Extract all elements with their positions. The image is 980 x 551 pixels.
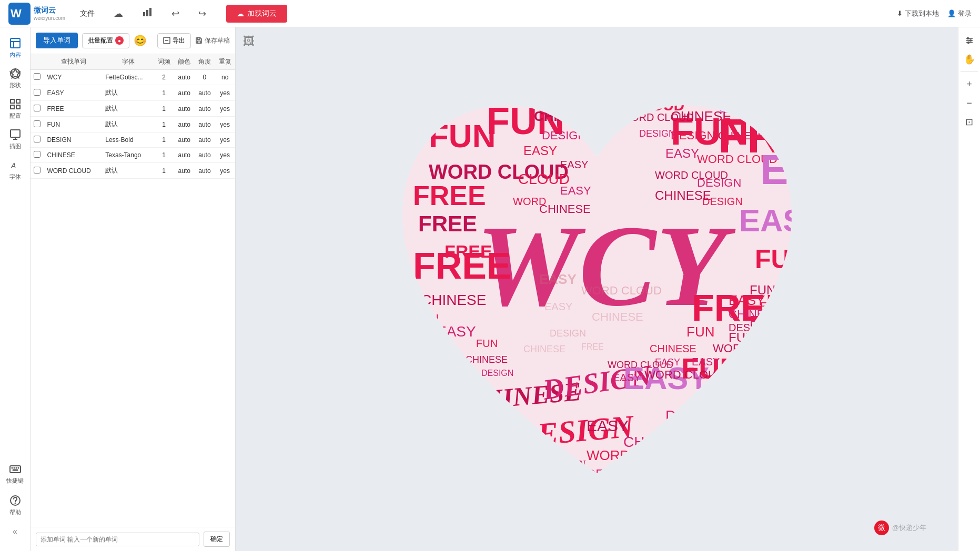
row-checkbox-3[interactable] [34,120,41,127]
sidebar-item-content[interactable]: 内容 [0,33,30,63]
row-checkbox-2[interactable] [34,105,41,111]
row-word-0: WCY [44,70,103,85]
row-color-0: auto [174,70,195,85]
svg-point-25 [15,503,15,504]
svg-text:EASY: EASY [560,159,588,170]
svg-text:EASY: EASY [437,323,476,340]
login-button[interactable]: 👤 登录 [947,9,972,18]
sidebar-item-font[interactable]: A 字体 [0,155,30,185]
confirm-add-button[interactable]: 确定 [204,532,230,547]
row-repeat-0: no [215,70,235,85]
row-freq-2: 1 [154,101,174,117]
sidebar-item-help[interactable]: 帮助 [4,491,26,519]
import-button[interactable]: 导入单词 [36,33,78,48]
svg-text:FREE: FREE [718,377,752,392]
emoji-button[interactable]: 😊 [134,34,147,47]
fit-screen-button[interactable]: ⊡ [961,113,978,131]
row-font-6: 默认 [103,163,154,179]
sidebar-item-shortcuts[interactable]: 快捷键 [4,460,26,488]
row-repeat-1: yes [215,85,235,101]
add-cloud-button[interactable]: ☁ 加载词云 [226,5,287,23]
svg-text:EASY: EASY [418,343,452,358]
svg-text:FUN: FUN [686,324,714,340]
sidebar-item-insert[interactable]: 插图 [0,124,30,155]
svg-text:FREE: FREE [581,342,604,351]
icon-sidebar: 内容 形状 配置 插图 A 字体 快捷键 帮助 « [0,27,31,551]
row-freq-5: 1 [154,148,174,163]
row-angle-2: auto [195,101,215,117]
row-repeat-2: yes [215,101,235,117]
svg-text:CHINESE: CHINESE [466,354,508,365]
row-repeat-3: yes [215,117,235,132]
batch-config-button[interactable]: 批量配置 ● [82,33,129,48]
svg-text:EASY: EASY [544,301,572,312]
sidebar-item-shapes[interactable]: 形状 [0,63,30,94]
row-freq-3: 1 [154,117,174,132]
svg-text:WORD CLOUD: WORD CLOUD [621,111,694,123]
svg-text:FUN: FUN [413,312,439,326]
canvas-icon: 🖼 [243,35,255,48]
svg-text:CHINESE: CHINESE [729,308,780,321]
settings-sliders-button[interactable] [961,32,978,49]
svg-text:CHINESE: CHINESE [466,442,517,455]
svg-text:EASY: EASY [587,417,629,434]
svg-text:DESIGN: DESIGN [702,196,743,207]
svg-text:DESIGN: DESIGN [550,328,586,339]
svg-text:EASY: EASY [523,144,557,158]
row-checkbox-1[interactable] [34,89,41,96]
word-table: 查找单词 字体 词频 颜色 角度 重复 WCY FetteGotisc... 2… [31,54,235,527]
row-word-1: EASY [44,85,103,101]
zoom-in-button[interactable]: + [961,75,978,93]
svg-rect-3 [146,10,148,16]
row-word-6: WORD CLOUD [44,163,103,179]
svg-text:WORD CLOUD: WORD CLOUD [718,100,813,116]
download-button[interactable]: ⬇ 下载到本地 [897,9,939,18]
row-repeat-5: yes [215,148,235,163]
sidebar-item-config[interactable]: 配置 [0,94,30,124]
svg-text:FUN: FUN [755,244,809,274]
svg-text:EASY: EASY [452,379,483,392]
row-angle-3: auto [195,117,215,132]
chart-icon[interactable] [138,5,157,22]
svg-text:DESIGN: DESIGN [729,322,769,333]
row-checkbox-6[interactable] [34,167,41,174]
row-color-4: auto [174,132,195,148]
upload-icon[interactable]: ☁ [109,6,127,22]
svg-rect-5 [11,38,20,48]
row-angle-6: auto [195,163,215,179]
rt-divider-1 [961,72,978,72]
svg-text:CHINESE: CHINESE [523,344,565,354]
row-checkbox-0[interactable] [34,73,41,80]
svg-text:EASY: EASY [539,271,577,287]
svg-text:WORD CLOUD: WORD CLOUD [587,447,682,463]
svg-text:EASY: EASY [655,357,680,368]
canvas-area[interactable]: 🖼 WCY FUN FUN WORD C [236,27,958,551]
row-checkbox-4[interactable] [34,136,41,142]
svg-text:CHINESE: CHINESE [421,292,486,308]
svg-text:CHINESE: CHINESE [650,343,696,354]
content-panel: 导入单词 批量配置 ● 😊 导出 保存草稿 查找单词 [31,27,236,551]
zoom-out-button[interactable]: − [961,94,978,112]
content-toolbar: 导入单词 批量配置 ● 😊 导出 保存草稿 [31,27,235,54]
add-word-input[interactable] [36,533,199,546]
svg-text:FREE: FREE [413,180,486,211]
row-angle-4: auto [195,132,215,148]
sidebar-collapse-button[interactable]: « [4,523,26,540]
svg-text:EASY: EASY [729,292,765,308]
svg-text:W: W [11,7,22,20]
row-checkbox-5[interactable] [34,151,41,158]
save-draft-button[interactable]: 保存草稿 [195,36,230,45]
nav-file[interactable]: 文件 [76,7,99,21]
row-font-0: FetteGotisc... [103,70,154,85]
undo-icon[interactable]: ↩ [167,6,184,22]
export-button[interactable]: 导出 [157,33,191,48]
svg-text:DESIGN: DESIGN [542,129,586,142]
hand-tool-button[interactable]: ✋ [961,50,978,68]
cloud-icon: ☁ [237,9,244,18]
row-freq-6: 1 [154,163,174,179]
svg-text:FREE: FREE [413,246,511,287]
redo-icon[interactable]: ↪ [194,6,210,22]
col-word: 查找单词 [44,54,103,70]
row-word-3: FUN [44,117,103,132]
svg-text:WORD CLOUD: WORD CLOUD [581,284,662,297]
